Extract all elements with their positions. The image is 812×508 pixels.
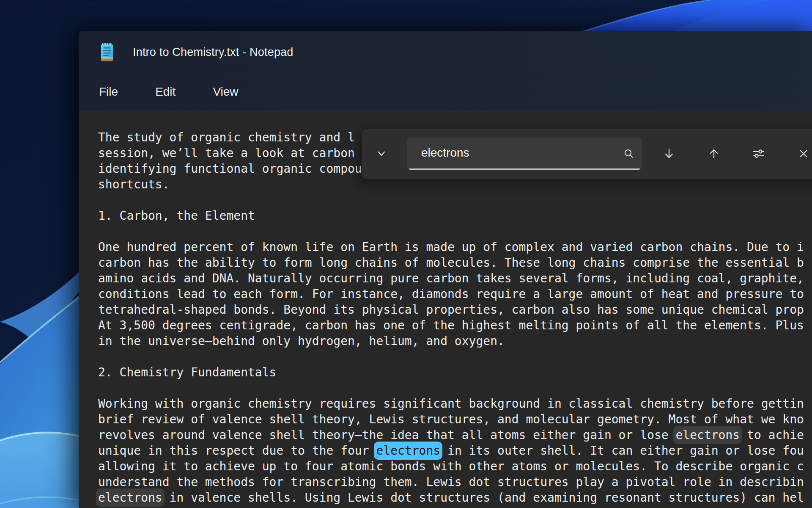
notepad-window: Intro to Chemistry.txt - Notepad File Ed… <box>79 31 812 508</box>
close-find-button[interactable] <box>793 144 812 164</box>
find-match: electrons <box>675 428 740 442</box>
document-line: 2. Chemistry Fundamentals <box>98 364 812 380</box>
document-text-segment: 2. Chemistry Fundamentals <box>98 365 276 379</box>
document-line <box>98 349 812 364</box>
document-text-segment: identifying functional organic compou <box>98 162 362 176</box>
document-line: Working with organic chemistry requires … <box>98 396 812 411</box>
document-text-segment: The study of organic chemistry and l <box>98 130 355 144</box>
document-text-segment: tetrahedral-shaped bonds. Beyond its phy… <box>98 303 804 317</box>
document-text-segment: revolves around valence shell theory—the… <box>98 428 675 442</box>
document-text-segment: At 3,500 degrees centigrade, carbon has … <box>98 318 804 332</box>
document-text: The study of organic chemistry and lsess… <box>98 130 812 508</box>
menu-file[interactable]: File <box>98 82 119 102</box>
document-text-segment: in the universe—behind only hydrogen, he… <box>98 334 505 348</box>
document-line: revolves around valence shell theory—the… <box>98 427 812 443</box>
title-bar[interactable]: Intro to Chemistry.txt - Notepad <box>79 31 812 73</box>
find-previous-button[interactable] <box>704 144 724 164</box>
document-text-segment: in valence shells. Using Lewis dot struc… <box>162 491 804 505</box>
document-line: bonding possibilities within organic com… <box>98 505 812 508</box>
document-text-segment: carbon has the ability to form long chai… <box>98 256 804 270</box>
menu-view[interactable]: View <box>212 82 239 102</box>
document-text-segment: amino acids and DNA. Naturally occurring… <box>98 271 804 285</box>
document-text-segment: shortcuts. <box>98 177 170 191</box>
document-line: amino acids and DNA. Naturally occurring… <box>98 271 812 286</box>
find-next-button[interactable] <box>659 144 679 164</box>
document-line: allowing it to achieve up to four atomic… <box>98 458 812 474</box>
find-input[interactable] <box>407 138 642 170</box>
find-input-underline <box>409 168 640 170</box>
document-line <box>98 380 812 396</box>
chevron-down-icon <box>376 148 387 160</box>
document-line: understand the methods for transcribing … <box>98 474 812 490</box>
document-text-segment: allowing it to achieve up to four atomic… <box>98 459 804 473</box>
document-text-segment: unique in this respect due to the four <box>98 444 376 458</box>
document-text-segment: Working with organic chemistry requires … <box>98 397 804 411</box>
document-text-segment: conditions lead to each form. For instan… <box>98 287 804 301</box>
find-input-wrap <box>407 138 642 170</box>
find-match-active: electrons <box>376 444 440 458</box>
document-text-segment: in its outer shell. It can either gain o… <box>440 444 804 458</box>
arrow-down-icon <box>663 147 675 160</box>
document-line: brief review of valence shell theory, Le… <box>98 411 812 427</box>
notepad-app-icon <box>101 43 113 61</box>
document-line: in the universe—behind only hydrogen, he… <box>98 333 812 349</box>
document-line: tetrahedral-shaped bonds. Beyond its phy… <box>98 302 812 318</box>
document-text-segment: One hundred percent of known life on Ear… <box>98 240 804 254</box>
document-line: conditions lead to each form. For instan… <box>98 286 812 302</box>
find-bar <box>362 128 812 179</box>
document-line: 1. Carbon, the Element <box>98 208 812 224</box>
document-text-segment: understand the methods for transcribing … <box>98 475 804 489</box>
close-icon <box>798 148 809 160</box>
document-line: unique in this respect due to the four e… <box>98 443 812 458</box>
document-text-segment: brief review of valence shell theory, Le… <box>98 412 804 426</box>
find-options-button[interactable] <box>749 144 769 164</box>
document-line <box>98 224 812 239</box>
document-line: One hundred percent of known life on Ear… <box>98 239 812 255</box>
document-text-segment: session, we’ll take a look at carbon <box>98 146 355 160</box>
sliders-icon <box>752 148 765 160</box>
document-text-segment: 1. Carbon, the Element <box>98 209 255 223</box>
find-match: electrons <box>98 491 162 505</box>
arrow-up-icon <box>708 147 720 160</box>
document-line <box>98 192 812 208</box>
document-text-segment: bonding possibilities within organic com… <box>98 506 797 508</box>
find-expand-button[interactable] <box>372 144 391 163</box>
window-title: Intro to Chemistry.txt - Notepad <box>133 46 294 59</box>
menu-edit[interactable]: Edit <box>154 82 176 102</box>
document-line: At 3,500 degrees centigrade, carbon has … <box>98 318 812 333</box>
document-line: carbon has the ability to form long chai… <box>98 255 812 271</box>
desktop: Intro to Chemistry.txt - Notepad File Ed… <box>0 0 812 508</box>
menu-bar: File Edit View <box>79 73 812 110</box>
document-line: electrons in valence shells. Using Lewis… <box>98 490 812 505</box>
document-text-segment: to achie <box>740 428 804 442</box>
